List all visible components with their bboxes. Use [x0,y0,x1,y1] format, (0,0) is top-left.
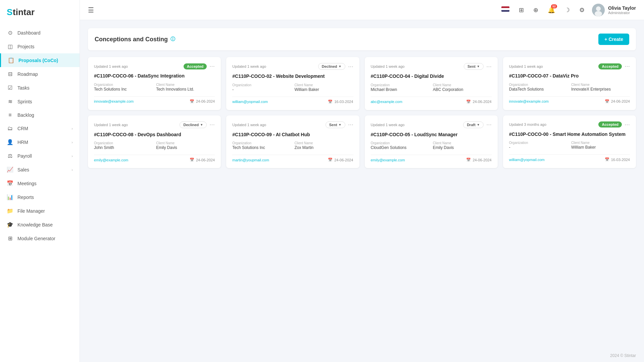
main-content: ☰ ⊞ ⊕ 🔔 52 ☽ ⚙ Olivia Taylor Administrat… [80,0,644,362]
calendar-icon: 📅 [328,158,333,162]
sidebar-item-label: Sales [17,167,29,172]
notification-icon[interactable]: 🔔 52 [546,4,557,16]
sidebar-item-label: Tasks [17,85,30,91]
card-email[interactable]: innovate@example.com [94,99,134,103]
org-value: CloudGen Solutions [371,145,430,150]
card-menu-icon[interactable]: ⋯ [625,121,630,128]
card-email[interactable]: martin@youpmail.com [232,158,269,162]
page-header: Conceptions and Costing ⓘ + Create [88,28,636,50]
chevron-right-icon: › [71,126,73,131]
client-field: Client Name ABC Corporation [433,83,492,92]
card-date: 📅 16-03-2024 [328,100,353,104]
proposal-card[interactable]: Updated 1 week ago Declined ▼ ⋯ #C110P-C… [88,115,221,168]
card-updated: Updated 3 months ago [509,122,596,126]
proposal-card[interactable]: Updated 1 week ago Accepted ⋯ #C110P-COC… [503,57,636,110]
sidebar-item-meetings[interactable]: 📅 Meetings [0,176,80,190]
card-footer: emily@example.com 📅 24-06-2024 [371,155,492,162]
client-field: Client Name InnovateX Enterprises [571,83,630,92]
status-badge[interactable]: Sent ▼ [326,121,345,128]
client-field: Client Name Emily Davis [156,141,215,150]
card-email[interactable]: abc@example.com [371,100,402,104]
sidebar-item-roadmap[interactable]: ⊟ Roadmap [0,67,80,81]
user-name: Olivia Taylor [608,5,636,11]
chevron-right-icon: › [71,154,73,158]
card-header: Updated 1 week ago Draft ▼ ⋯ [371,121,492,128]
hamburger-icon[interactable]: ☰ [88,6,94,14]
card-email[interactable]: william@yopmail.com [509,158,545,162]
sidebar-item-sprints[interactable]: ≋ Sprints [0,95,80,108]
sidebar-item-reports[interactable]: 📊 Reports [0,190,80,204]
client-label: Client Name [156,83,215,87]
card-menu-icon[interactable]: ⋯ [348,63,353,70]
sidebar-item-payroll[interactable]: ⚖ Payroll › [0,149,80,163]
card-menu-icon[interactable]: ⋯ [209,63,215,69]
proposal-card[interactable]: Updated 1 week ago Sent ▼ ⋯ #C110P-COCO-… [226,115,359,168]
org-label: Organization [509,141,568,145]
card-footer: william@yopmail.com 📅 16-03-2024 [509,154,630,162]
sidebar-item-label: CRM [17,126,28,131]
sidebar-item-filemanager[interactable]: 📁 File Manager [0,204,80,218]
proposal-card[interactable]: Updated 1 week ago Sent ▼ ⋯ #C110P-COCO-… [365,57,498,110]
projects-icon: ◫ [7,43,13,50]
crosshair-icon[interactable]: ⊕ [531,4,540,16]
card-email[interactable]: emily@example.com [94,158,128,162]
sidebar-item-label: Proposals (CoCo) [18,58,58,63]
card-title: #C110P-COCO-04 - Digital Divide [371,73,492,80]
create-button[interactable]: + Create [598,34,629,45]
proposal-card[interactable]: Updated 1 week ago Accepted ⋯ #C110P-COC… [88,57,221,110]
card-footer: abc@example.com 📅 24-06-2024 [371,97,492,104]
client-value: William Baker [571,145,630,150]
flag-icon[interactable] [499,4,511,15]
proposal-card[interactable]: Updated 1 week ago Draft ▼ ⋯ #C110P-COCO… [365,115,498,168]
card-updated: Updated 1 week ago [509,64,596,68]
status-badge[interactable]: Sent ▼ [464,63,484,70]
page-title: Conceptions and Costing ⓘ [95,36,175,43]
sidebar-item-label: Knowledge Base [17,222,53,227]
card-menu-icon[interactable]: ⋯ [486,63,492,70]
card-menu-icon[interactable]: ⋯ [209,121,215,128]
client-field: Client Name Emily Davis [433,141,492,150]
dashboard-icon: ⊙ [7,30,13,36]
card-menu-icon[interactable]: ⋯ [625,63,630,69]
apps-icon[interactable]: ⊞ [517,4,526,16]
calendar-icon: 📅 [190,99,194,104]
sidebar-item-hrm[interactable]: 👤 HRM › [0,135,80,149]
user-avatar-section[interactable]: Olivia Taylor Administrator [592,4,636,16]
card-menu-icon[interactable]: ⋯ [486,121,492,128]
org-label: Organization [94,141,153,145]
proposal-card[interactable]: Updated 1 week ago Declined ▼ ⋯ #C110P-C… [226,57,359,110]
sidebar-item-sales[interactable]: 📈 Sales › [0,163,80,176]
card-updated: Updated 1 week ago [94,123,177,127]
card-email[interactable]: innovate@example.com [509,99,549,103]
proposal-card[interactable]: Updated 3 months ago Accepted ⋯ #C110P-C… [503,115,636,168]
theme-icon[interactable]: ☽ [562,4,572,16]
sidebar-item-modulegenerator[interactable]: ⊞ Module Generator [0,231,80,245]
client-label: Client Name [433,83,492,87]
status-badge[interactable]: Declined ▼ [318,63,345,70]
card-fields: Organization Tech Solutions Inc Client N… [94,83,215,92]
reports-icon: 📊 [7,194,13,200]
status-badge[interactable]: Draft ▼ [463,121,484,128]
calendar-icon: 📅 [466,100,471,104]
card-date: 📅 16-03-2024 [605,157,630,162]
sidebar-item-projects[interactable]: ◫ Projects [0,40,80,53]
settings-icon[interactable]: ⚙ [577,4,587,16]
org-field: Organization CloudGen Solutions [371,141,430,150]
card-footer: emily@example.com 📅 24-06-2024 [94,155,215,162]
calendar-icon: 📅 [466,158,471,162]
sidebar-item-knowledgebase[interactable]: 🎓 Knowledge Base [0,218,80,231]
card-email[interactable]: emily@example.com [371,158,405,162]
logo-text: S tintar [7,6,44,20]
status-badge: Accepted [184,63,207,69]
sidebar-item-label: Dashboard [17,30,41,36]
status-badge[interactable]: Declined ▼ [180,121,207,128]
sidebar-item-tasks[interactable]: ☑ Tasks [0,81,80,95]
sidebar-item-dashboard[interactable]: ⊙ Dashboard [0,26,80,40]
sidebar-item-backlog[interactable]: ≡ Backlog [0,108,80,122]
proposals-icon: 📋 [8,57,14,63]
sidebar-item-crm[interactable]: 🗂 CRM › [0,122,80,135]
card-email[interactable]: william@yopmail.com [232,100,268,104]
card-header: Updated 1 week ago Accepted ⋯ [509,63,630,69]
card-menu-icon[interactable]: ⋯ [348,121,353,128]
sidebar-item-proposals[interactable]: 📋 Proposals (CoCo) [0,53,80,67]
